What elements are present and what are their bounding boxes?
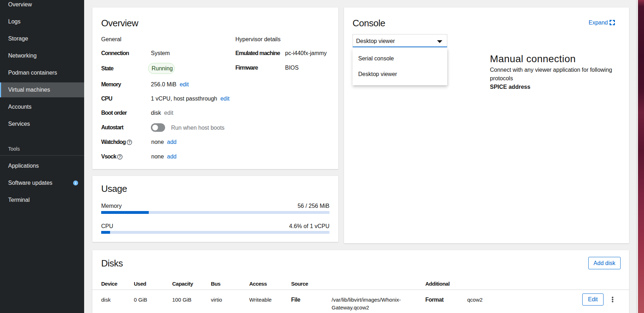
svg-text:?: ? xyxy=(128,140,130,144)
svg-text:i: i xyxy=(75,181,76,185)
svg-text:?: ? xyxy=(119,155,121,159)
